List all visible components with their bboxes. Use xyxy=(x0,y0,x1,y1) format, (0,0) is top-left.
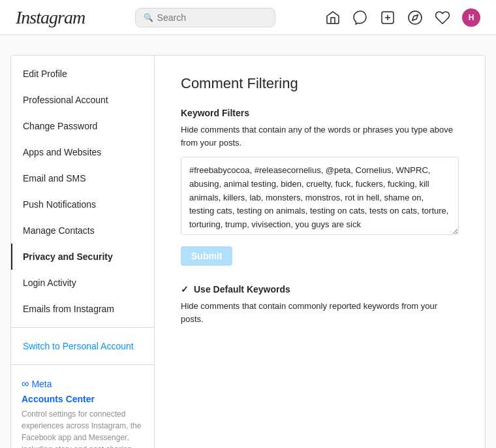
search-input[interactable] xyxy=(157,12,267,23)
sidebar: Edit Profile Professional Account Change… xyxy=(11,56,155,448)
keyword-filters-description: Hide comments that contain any of the wo… xyxy=(181,123,459,149)
sidebar-item-email-and-sms[interactable]: Email and SMS xyxy=(11,165,154,191)
add-post-icon[interactable] xyxy=(380,10,395,25)
sidebar-item-push-notifications[interactable]: Push Notifications xyxy=(11,191,154,217)
switch-to-personal-account-link[interactable]: Switch to Personal Account xyxy=(11,333,154,359)
use-default-keywords-row: ✓ Use Default Keywords xyxy=(181,284,459,295)
svg-point-3 xyxy=(409,11,422,24)
main-container: Edit Profile Professional Account Change… xyxy=(0,35,496,448)
sidebar-item-manage-contacts[interactable]: Manage Contacts xyxy=(11,217,154,244)
meta-label: Meta xyxy=(31,379,52,389)
sidebar-item-edit-profile[interactable]: Edit Profile xyxy=(11,61,154,87)
keyword-filters-title: Keyword Filters xyxy=(181,108,459,118)
avatar[interactable]: H xyxy=(462,8,480,27)
messenger-icon[interactable] xyxy=(352,10,368,25)
submit-button[interactable]: Submit xyxy=(181,246,232,266)
keyword-filters-textarea[interactable]: #freebabycocoa, #releasecornelius, @peta… xyxy=(181,157,459,235)
use-default-keywords-label: Use Default Keywords xyxy=(194,284,290,295)
main-content: Comment Filtering Keyword Filters Hide c… xyxy=(155,56,485,448)
default-keywords-section: ✓ Use Default Keywords Hide comments tha… xyxy=(181,284,459,325)
meta-icon: ∞ xyxy=(22,378,29,390)
sidebar-item-apps-and-websites[interactable]: Apps and Websites xyxy=(11,139,154,165)
explore-icon[interactable] xyxy=(407,10,423,25)
checkbox-check-icon: ✓ xyxy=(181,284,189,295)
accounts-center-link[interactable]: Accounts Center xyxy=(22,394,144,404)
sidebar-item-login-activity[interactable]: Login Activity xyxy=(11,270,154,296)
sidebar-item-emails-from-instagram[interactable]: Emails from Instagram xyxy=(11,296,154,322)
meta-logo: ∞ Meta xyxy=(22,378,144,390)
header-icons: H xyxy=(325,8,480,27)
search-icon: 🔍 xyxy=(144,13,153,22)
sidebar-item-privacy-and-security[interactable]: Privacy and Security xyxy=(11,244,154,270)
use-default-keywords-description: Hide comments that contain commonly repo… xyxy=(181,300,459,325)
sidebar-divider xyxy=(11,327,154,328)
accounts-center-section: ∞ Meta Accounts Center Control settings … xyxy=(11,370,154,448)
sidebar-divider-2 xyxy=(11,364,154,365)
home-icon[interactable] xyxy=(325,10,341,25)
page-title: Comment Filtering xyxy=(181,75,459,92)
sidebar-item-professional-account[interactable]: Professional Account xyxy=(11,87,154,113)
header: Instagram 🔍 xyxy=(0,0,496,35)
accounts-center-description: Control settings for connected experienc… xyxy=(22,409,141,448)
sidebar-item-change-password[interactable]: Change Password xyxy=(11,113,154,139)
likes-icon[interactable] xyxy=(435,10,450,25)
instagram-logo: Instagram xyxy=(16,7,85,28)
content-area: Edit Profile Professional Account Change… xyxy=(10,55,486,448)
search-bar[interactable]: 🔍 xyxy=(135,8,275,27)
svg-marker-4 xyxy=(412,14,418,20)
keyword-filters-section: Keyword Filters Hide comments that conta… xyxy=(181,108,459,266)
